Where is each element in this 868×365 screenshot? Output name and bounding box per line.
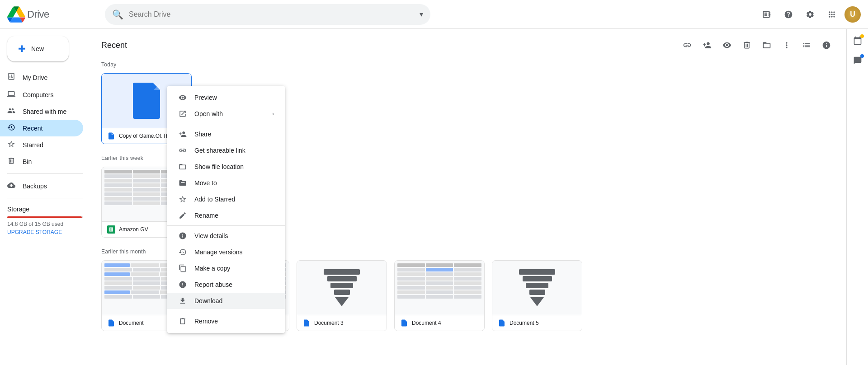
- topbar-right: U: [758, 5, 861, 23]
- file-card-month-5[interactable]: Document 5: [492, 260, 582, 331]
- sidebar-item-my-drive[interactable]: My Drive: [0, 69, 83, 86]
- get-link-label: Get shareable link: [194, 147, 274, 154]
- menu-item-report-abuse[interactable]: Report abuse: [167, 276, 285, 293]
- main-header: Recent: [101, 36, 835, 54]
- checklist-icon-btn[interactable]: [758, 5, 776, 23]
- file-preview-month-3: [297, 261, 387, 315]
- logo-area: Drive: [7, 5, 98, 23]
- apps-icon-btn[interactable]: [823, 5, 841, 23]
- sidebar-item-computers[interactable]: Computers: [0, 86, 83, 103]
- view-details-icon: [178, 231, 187, 240]
- backups-icon: [7, 181, 15, 191]
- my-drive-icon: [7, 72, 15, 83]
- remove-label: Remove: [194, 318, 274, 325]
- new-label: New: [31, 45, 44, 52]
- file-preview-month-5: [492, 261, 582, 315]
- page-title: Recent: [101, 41, 127, 50]
- more-toolbar-btn[interactable]: [778, 36, 796, 54]
- search-dropdown-icon[interactable]: ▾: [420, 10, 423, 19]
- doc-file-icon-m4: [400, 319, 408, 327]
- drive-logo-icon: [7, 5, 25, 23]
- add-starred-icon: [178, 195, 187, 204]
- sheets-file-icon: [107, 225, 115, 234]
- calendar-panel-btn[interactable]: [849, 33, 866, 49]
- preview-label: Preview: [194, 94, 274, 101]
- chat-notification-dot: [860, 54, 864, 58]
- sidebar-shared-label: Shared with me: [23, 108, 66, 115]
- upgrade-storage-link[interactable]: UPGRADE STORAGE: [7, 229, 83, 235]
- file-info-month-4: Document 4: [395, 315, 484, 331]
- doc-file-icon-m1: [107, 319, 115, 327]
- search-bar[interactable]: 🔍 ▾: [105, 4, 430, 25]
- delete-toolbar-btn[interactable]: [738, 36, 756, 54]
- menu-item-move-to[interactable]: Move to: [167, 175, 285, 191]
- sidebar-item-bin[interactable]: Bin: [0, 153, 83, 170]
- share-label: Share: [194, 131, 274, 138]
- file-name-month-5: Document 5: [509, 320, 576, 326]
- sidebar-item-starred[interactable]: Starred: [0, 136, 83, 153]
- file-card-month-4[interactable]: Document 4: [394, 260, 485, 331]
- view-list-toolbar-btn[interactable]: [797, 36, 816, 54]
- sidebar-item-backups[interactable]: Backups: [0, 178, 83, 194]
- menu-item-show-location[interactable]: Show file location: [167, 159, 285, 175]
- file-preview-month-4: [395, 261, 484, 315]
- user-avatar[interactable]: U: [844, 6, 861, 23]
- get-link-icon: [178, 146, 187, 155]
- preview-toolbar-btn[interactable]: [718, 36, 736, 54]
- get-link-toolbar-btn[interactable]: [678, 36, 696, 54]
- download-icon: [178, 296, 187, 305]
- make-copy-label: Make a copy: [194, 265, 274, 272]
- menu-item-download[interactable]: Download: [167, 293, 285, 309]
- sidebar-my-drive-label: My Drive: [23, 74, 47, 81]
- starred-icon: [7, 140, 15, 150]
- storage-used-text: 14.8 GB of 15 GB used: [7, 221, 83, 227]
- move-toolbar-btn[interactable]: [758, 36, 776, 54]
- sidebar-item-recent[interactable]: Recent: [0, 120, 83, 136]
- today-section-label: Today: [101, 61, 835, 68]
- sidebar-item-shared[interactable]: Shared with me: [0, 103, 83, 120]
- menu-item-make-copy[interactable]: Make a copy: [167, 260, 285, 276]
- sidebar-divider: [7, 173, 83, 174]
- storage-bar-bg: [7, 216, 83, 218]
- calendar-notification-dot: [860, 34, 864, 38]
- sidebar-divider-2: [7, 198, 83, 198]
- menu-item-get-link[interactable]: Get shareable link: [167, 142, 285, 159]
- recent-icon: [7, 123, 15, 133]
- file-info-month-5: Document 5: [492, 315, 582, 331]
- rename-label: Rename: [194, 212, 274, 219]
- right-panel: [846, 29, 868, 365]
- menu-item-remove[interactable]: Remove: [167, 313, 285, 329]
- sidebar-starred-label: Starred: [23, 141, 43, 149]
- menu-item-open-with[interactable]: Open with ›: [167, 106, 285, 122]
- share-toolbar-btn[interactable]: [698, 36, 716, 54]
- context-menu: Preview Open with › Share Get shareable …: [167, 86, 285, 333]
- menu-item-view-details[interactable]: View details: [167, 228, 285, 244]
- menu-item-manage-versions[interactable]: Manage versions: [167, 244, 285, 260]
- computers-icon: [7, 90, 15, 99]
- info-toolbar-btn[interactable]: [817, 36, 835, 54]
- remove-icon: [178, 317, 187, 326]
- menu-item-rename[interactable]: Rename: [167, 207, 285, 224]
- file-name-month-4: Document 4: [412, 320, 479, 326]
- doc-file-icon-m5: [498, 319, 506, 327]
- show-location-label: Show file location: [194, 163, 274, 170]
- storage-bar-fill: [7, 216, 82, 218]
- report-abuse-label: Report abuse: [194, 281, 274, 288]
- toolbar-right: [678, 36, 835, 54]
- open-with-icon: [178, 109, 187, 118]
- menu-item-add-starred[interactable]: Add to Starred: [167, 191, 285, 207]
- file-name-month-3: Document 3: [314, 320, 381, 326]
- settings-icon-btn[interactable]: [801, 5, 819, 23]
- menu-divider-2: [167, 225, 285, 226]
- main-layout: ✚ New My Drive Computers Shared with me: [0, 29, 868, 365]
- search-input[interactable]: [129, 10, 414, 19]
- show-location-icon: [178, 162, 187, 171]
- help-icon-btn[interactable]: [779, 5, 797, 23]
- menu-item-share[interactable]: Share: [167, 126, 285, 142]
- chat-panel-btn[interactable]: [849, 52, 866, 69]
- file-card-month-3[interactable]: Document 3: [297, 260, 387, 331]
- new-button[interactable]: ✚ New: [7, 36, 69, 61]
- report-abuse-icon: [178, 280, 187, 289]
- menu-item-preview[interactable]: Preview: [167, 89, 285, 106]
- manage-versions-label: Manage versions: [194, 248, 274, 256]
